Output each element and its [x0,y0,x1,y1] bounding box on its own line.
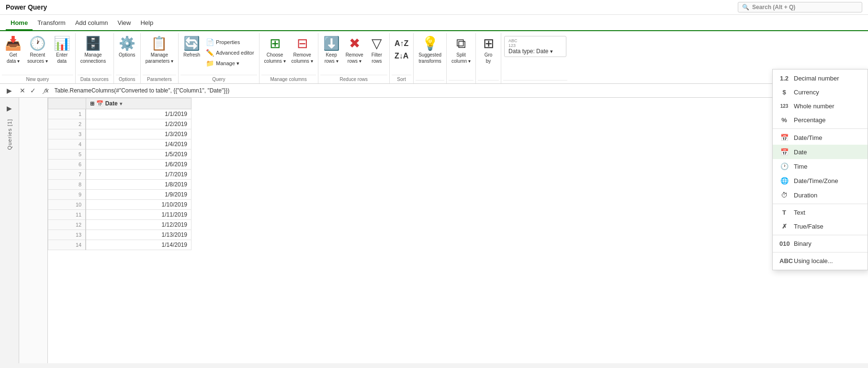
filter-rows-button[interactable]: ▽ Filterrows [366,35,387,66]
group-by-button[interactable]: ⊞ Groby [478,35,499,66]
dropdown-item-time[interactable]: 🕐Time [773,159,868,173]
query-small-buttons: 📄 Properties ✏️ Advanced editor 📁 Manage… [203,37,257,69]
table-row: 81/8/2019 [48,180,192,190]
ribbon-group-parameters-label: Parameters [143,75,176,83]
formula-confirm-button[interactable]: ✓ [28,86,38,95]
ribbon-group-manage-columns: ⊞ Choosecolumns ▾ ⊟ Removecolumns ▾ Mana… [259,33,318,83]
datatype-value: Data type: Date [508,48,548,55]
options-button[interactable]: ⚙️ Options [116,35,138,60]
enter-data-button[interactable]: 📊 Enterdata [51,35,73,66]
sort-za-icon: Z↓A [395,52,408,60]
dropdown-item-icon-truefalse: ✗ [779,223,789,230]
date-type-icon: 📅 [96,100,103,107]
manage-connections-button[interactable]: 🗄️ Manageconnections [78,35,109,66]
menu-transform[interactable]: Transform [33,16,70,29]
dropdown-item-binary[interactable]: 010Binary [773,237,868,251]
sort-az-button[interactable]: A↑Z [392,38,411,49]
row-number-cell: 8 [48,180,86,190]
dropdown-item-icon-date: 📅 [779,148,789,156]
search-box[interactable]: 🔍 Search (Alt + Q) [738,2,862,12]
col-dropdown-button[interactable]: ▾ [120,101,122,106]
table-row: 91/9/2019 [48,190,192,200]
dropdown-item-datetime[interactable]: 📅Date/Time [773,130,868,145]
menu-home[interactable]: Home [6,16,33,30]
choose-columns-button[interactable]: ⊞ Choosecolumns ▾ [261,35,289,66]
split-column-button[interactable]: ⧉ Splitcolumn ▾ [449,35,473,66]
dropdown-item-label-duration: Duration [794,192,817,199]
dropdown-item-icon-time: 🕐 [779,162,789,170]
menu-help[interactable]: Help [135,16,158,29]
sort-za-button[interactable]: Z↓A [392,50,411,62]
menu-add-column[interactable]: Add column [70,16,113,29]
dropdown-item-label-currency: Currency [794,89,819,96]
ribbon-group-parameters-items: 📋 Manageparameters ▾ [143,33,176,75]
dropdown-divider [773,235,868,235]
filter-rows-icon: ▽ [372,37,382,50]
date-cell: 1/8/2019 [86,180,191,190]
formula-cancel-button[interactable]: ✕ [18,86,27,95]
ribbon-group-options-label: Options [116,75,138,83]
menu-view[interactable]: View [113,16,136,29]
advanced-editor-button[interactable]: ✏️ Advanced editor [203,47,257,58]
app-title: Power Query [6,3,47,11]
get-data-button[interactable]: 📥 Getdata ▾ [2,35,24,66]
sidebar-toggle-button[interactable]: ▶ [5,103,14,114]
remove-columns-button[interactable]: ⊟ Removecolumns ▾ [289,35,316,66]
ribbon-group-manage-columns-label: Manage columns [261,75,316,83]
queries-panel [19,98,48,363]
formula-fx-label: 𝑓x [41,86,52,95]
split-column-label: Splitcolumn ▾ [451,52,471,64]
ribbon-group-transforms: 💡 Suggestedtransforms [414,33,447,83]
table-row: 11/1/2019 [48,109,192,119]
formula-expand-button[interactable]: ▶ [4,86,15,95]
manage-button[interactable]: 📁 Manage ▾ [203,58,257,69]
ribbon-group-split-items: ⧉ Splitcolumn ▾ [449,33,473,80]
recent-sources-label: Recentsources ▾ [27,52,48,64]
date-column-label: Date [105,100,118,107]
row-number-header [48,98,86,109]
enter-data-icon: 📊 [54,37,70,50]
manage-parameters-button[interactable]: 📋 Manageparameters ▾ [143,35,176,66]
group-by-icon: ⊞ [483,37,494,50]
dropdown-item-truefalse[interactable]: ✗True/False [773,219,868,233]
ribbon: 📥 Getdata ▾ 🕐 Recentsources ▾ 📊 Enterdat… [0,31,868,84]
date-cell: 1/7/2019 [86,170,191,180]
dropdown-item-currency[interactable]: $Currency [773,85,868,99]
keep-rows-button[interactable]: ⬇️ Keeprows ▾ [320,35,343,66]
formula-bar-input[interactable] [55,87,865,94]
choose-columns-label: Choosecolumns ▾ [264,52,286,64]
dropdown-item-decimal-number[interactable]: 1.2Decimal number [773,71,868,85]
dropdown-item-percentage[interactable]: %Percentage [773,113,868,127]
row-number-cell: 14 [48,240,86,250]
date-cell: 1/1/2019 [86,109,191,119]
remove-columns-icon: ⊟ [297,37,308,50]
row-number-cell: 2 [48,119,86,129]
ribbon-group-manage-columns-items: ⊞ Choosecolumns ▾ ⊟ Removecolumns ▾ [261,33,316,75]
dropdown-item-whole-number[interactable]: 123Whole number [773,99,868,113]
refresh-button[interactable]: 🔄 Refresh [180,35,203,60]
dropdown-item-label-using-locale: Using locale... [794,257,833,264]
properties-button[interactable]: 📄 Properties [203,37,257,47]
datatype-button[interactable]: ABC123 Data type: Date ▾ [504,36,566,57]
table-row: 141/14/2019 [48,240,192,250]
ribbon-group-query: 🔄 Refresh 📄 Properties ✏️ Advanced edito… [179,33,259,83]
ribbon-group-split-label [449,80,473,83]
suggested-transforms-label: Suggestedtransforms [418,52,441,64]
dropdown-item-label-decimal-number: Decimal number [794,75,839,82]
row-number-cell: 11 [48,210,86,220]
remove-rows-icon: ✖ [349,37,360,50]
dropdown-item-date[interactable]: 📅Date [773,145,868,159]
suggested-transforms-button[interactable]: 💡 Suggestedtransforms [416,35,444,66]
remove-rows-button[interactable]: ✖ Removerows ▾ [343,35,366,66]
ribbon-group-datatype: ABC123 Data type: Date ▾ [501,33,569,83]
dropdown-item-using-locale[interactable]: ABCUsing locale... [773,254,868,268]
recent-sources-button[interactable]: 🕐 Recentsources ▾ [24,35,51,66]
dropdown-divider [773,204,868,204]
date-cell: 1/4/2019 [86,139,191,150]
refresh-label: Refresh [183,52,200,58]
ribbon-group-reduce-rows: ⬇️ Keeprows ▾ ✖ Removerows ▾ ▽ Filterrow… [318,33,390,83]
dropdown-item-duration[interactable]: ⏱Duration [773,188,868,202]
dropdown-item-text[interactable]: TText [773,206,868,219]
dropdown-item-icon-datetimezone: 🌐 [779,177,789,184]
dropdown-item-datetimezone[interactable]: 🌐Date/Time/Zone [773,173,868,188]
